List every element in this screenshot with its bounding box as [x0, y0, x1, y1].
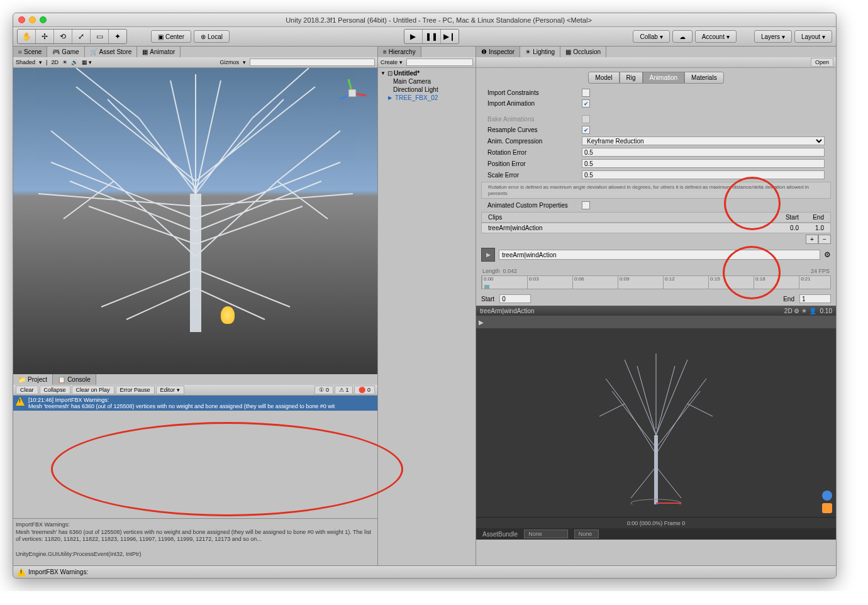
hierarchy-scene[interactable]: ▼⊡ Untitled* — [379, 69, 474, 77]
preview-body[interactable] — [476, 328, 836, 517]
hierarchy-item[interactable]: ▶TREE_FBX_02 — [379, 94, 474, 102]
clip-play-icon[interactable]: ▶ — [481, 248, 495, 262]
anim-compression-select[interactable]: Keyframe Reduction — [582, 136, 825, 145]
model-tabs: Model Rig Animation Materials — [476, 68, 836, 87]
scene-view[interactable] — [13, 68, 377, 374]
warning-count[interactable]: ⚠ 1 — [335, 386, 353, 394]
layout-button[interactable]: Layout ▾ — [794, 30, 832, 43]
pivot-icon[interactable] — [822, 503, 832, 513]
rotate-tool-icon[interactable]: ⟲ — [54, 30, 72, 43]
traffic-lights — [18, 16, 47, 23]
clips-header: Clips Start End — [481, 212, 831, 223]
window-title: Unity 2018.2.3f1 Personal (64bit) - Unti… — [47, 16, 831, 24]
console-detail: ImportFBX Warnings: Mesh 'treemesh' has … — [13, 518, 377, 565]
range-handle[interactable] — [484, 285, 489, 289]
tab-occlusion[interactable]: ▦ Occlusion — [560, 47, 606, 57]
hand-tool-icon[interactable]: ✋ — [18, 30, 35, 43]
lighting-icon[interactable]: ☀ — [62, 59, 67, 65]
scene-tabs: ⌗ Scene 🎮 Game 🛒 Asset Store ▦ Animator — [13, 47, 377, 57]
tab-project[interactable]: 📁 Project — [13, 374, 53, 385]
clip-start-input[interactable] — [499, 294, 531, 303]
warning-icon — [17, 568, 26, 577]
scale-error-input[interactable] — [582, 170, 825, 179]
close-icon[interactable] — [18, 16, 25, 23]
tab-game[interactable]: 🎮 Game — [47, 47, 84, 57]
tab-console[interactable]: 📋 Console — [53, 374, 96, 385]
clips-row[interactable]: treeArm|windAction 0.0 1.0 — [481, 223, 831, 233]
hierarchy-item[interactable]: Main Camera — [379, 77, 474, 86]
2d-toggle[interactable]: 2D — [51, 59, 58, 65]
scene-search[interactable] — [250, 58, 375, 66]
tab-asset-store[interactable]: 🛒 Asset Store — [85, 47, 138, 57]
clip-end-input[interactable] — [799, 294, 831, 303]
account-button[interactable]: Account ▾ — [695, 30, 737, 43]
console-toolbar: Clear Collapse Clear on Play Error Pause… — [13, 385, 377, 396]
minimize-icon[interactable] — [29, 16, 36, 23]
hierarchy-item[interactable]: Directional Light — [379, 86, 474, 94]
pause-icon[interactable]: ❚❚ — [423, 30, 440, 43]
step-icon[interactable]: ▶❙ — [441, 30, 459, 43]
transform-tool-icon[interactable]: ✦ — [109, 30, 126, 43]
collapse-button[interactable]: Collapse — [40, 386, 70, 394]
open-button[interactable]: Open — [811, 58, 833, 67]
titlebar: Unity 2018.2.3f1 Personal (64bit) - Unti… — [13, 13, 836, 27]
tree-render — [13, 68, 377, 332]
asset-bundle-row: AssetBundle None None — [476, 528, 836, 540]
play-icon[interactable]: ▶ — [404, 30, 422, 43]
tab-inspector[interactable]: ❶ Inspector — [476, 47, 520, 57]
clear-on-play-button[interactable]: Clear on Play — [72, 386, 114, 394]
asset-bundle-variant[interactable]: None — [574, 530, 599, 538]
help-box: Rotation error is defined as maximum ang… — [481, 182, 831, 199]
error-count[interactable]: 🛑 0 — [354, 386, 375, 394]
collab-button[interactable]: Collab ▾ — [633, 30, 669, 43]
avatar-icon[interactable] — [822, 491, 832, 501]
shading-mode[interactable]: Shaded — [16, 59, 35, 65]
play-controls: ▶ ❚❚ ▶❙ — [404, 29, 459, 44]
hierarchy-search[interactable] — [406, 58, 473, 66]
error-pause-button[interactable]: Error Pause — [116, 386, 155, 394]
editor-dropdown[interactable]: Editor ▾ — [156, 386, 184, 394]
local-toggle[interactable]: ⊕ Local — [194, 30, 230, 43]
position-error-input[interactable] — [582, 159, 825, 168]
clear-button[interactable]: Clear — [16, 386, 38, 394]
tab-model[interactable]: Model — [588, 72, 619, 84]
add-clip-button[interactable]: + — [806, 235, 818, 244]
preview-header: treeArm|windAction 2D ⚙ ☀ 👤 0.10 — [476, 306, 836, 316]
import-animation-checkbox[interactable]: ✔ — [582, 99, 590, 108]
timeline-ruler[interactable]: 0:00 0:03 0:06 0:09 0:12 0:15 0:18 0:21 — [481, 275, 831, 289]
gizmos-dropdown[interactable]: Gizmos — [220, 59, 239, 65]
cloud-icon[interactable]: ☁ — [672, 30, 693, 43]
tab-hierarchy[interactable]: ≡ Hierarchy — [378, 47, 421, 57]
rect-tool-icon[interactable]: ▭ — [91, 30, 108, 43]
resample-curves-checkbox[interactable]: ✔ — [582, 126, 590, 134]
light-gizmo-icon[interactable] — [221, 306, 235, 324]
tab-lighting[interactable]: ☀ Lighting — [520, 47, 560, 57]
asset-bundle-select[interactable]: None — [524, 530, 568, 538]
maximize-icon[interactable] — [40, 16, 47, 23]
remove-clip-button[interactable]: − — [818, 235, 831, 244]
tab-animation[interactable]: Animation — [643, 72, 684, 84]
orientation-gizmo[interactable] — [333, 74, 371, 112]
tab-materials[interactable]: Materials — [684, 72, 724, 84]
console-log-row[interactable]: [10:21:46] ImportFBX Warnings: Mesh 'tre… — [13, 396, 377, 411]
preview-play-icon[interactable]: ▶ — [479, 319, 484, 326]
rotation-error-input[interactable] — [582, 148, 825, 157]
audio-icon[interactable]: 🔊 — [71, 59, 78, 65]
layers-button[interactable]: Layers ▾ — [754, 30, 792, 43]
svg-rect-3 — [348, 89, 356, 97]
create-dropdown[interactable]: Create ▾ — [381, 59, 403, 65]
move-tool-icon[interactable]: ✢ — [36, 30, 53, 43]
warning-icon — [16, 397, 25, 406]
tab-rig[interactable]: Rig — [620, 72, 643, 84]
clip-name-input[interactable] — [499, 250, 820, 260]
center-toggle[interactable]: ▣ Center — [151, 30, 191, 43]
transform-tools: ✋ ✢ ⟲ ⤢ ▭ ✦ — [17, 29, 127, 44]
tab-scene[interactable]: ⌗ Scene — [13, 47, 47, 57]
import-constraints-checkbox[interactable] — [582, 89, 590, 97]
fx-icon[interactable]: ▦ ▾ — [82, 59, 92, 65]
info-count[interactable]: ① 0 — [314, 386, 333, 394]
gear-icon[interactable]: ⚙ — [824, 250, 831, 259]
tab-animator[interactable]: ▦ Animator — [137, 47, 181, 57]
animated-custom-checkbox[interactable] — [582, 201, 590, 209]
scale-tool-icon[interactable]: ⤢ — [72, 30, 90, 43]
